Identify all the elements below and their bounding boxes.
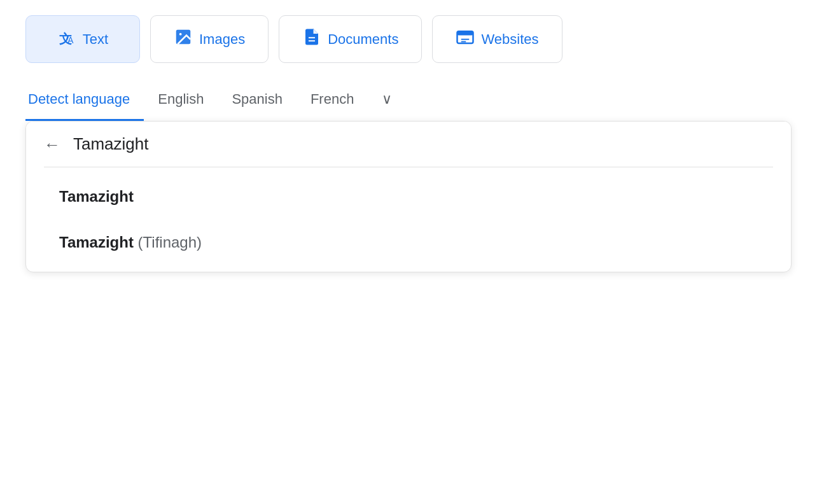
- svg-text:A: A: [67, 36, 74, 45]
- svg-point-3: [179, 33, 182, 36]
- tab-websites-label: Websites: [481, 31, 538, 48]
- back-arrow-icon[interactable]: ←: [44, 136, 60, 153]
- lang-tab-english[interactable]: English: [144, 83, 218, 121]
- more-languages-button[interactable]: ∨: [374, 83, 400, 121]
- language-search-input[interactable]: [73, 134, 773, 154]
- tab-websites[interactable]: Websites: [432, 15, 562, 63]
- tab-images-label: Images: [199, 31, 245, 48]
- chevron-down-icon: ∨: [382, 91, 392, 107]
- language-bar: Detect language English Spanish French ∨: [0, 63, 817, 121]
- result-tamazight-tifinagh[interactable]: Tamazight (Tifinagh): [26, 220, 791, 265]
- search-results-list: Tamazight Tamazight (Tifinagh): [26, 167, 791, 272]
- tab-documents-label: Documents: [328, 31, 398, 48]
- svg-rect-8: [457, 31, 473, 35]
- lang-tab-detect[interactable]: Detect language: [25, 83, 144, 121]
- result-tamazight[interactable]: Tamazight: [26, 174, 791, 220]
- tab-bar: 文 A Text Images Documents: [0, 0, 817, 63]
- documents-icon: [302, 27, 321, 51]
- result-tamazight-tifinagh-suffix: (Tifinagh): [134, 234, 202, 251]
- tab-text[interactable]: 文 A Text: [25, 15, 140, 63]
- result-tamazight-bold: Tamazight: [59, 188, 134, 205]
- lang-tab-french[interactable]: French: [297, 83, 368, 121]
- search-input-row: ←: [26, 122, 791, 167]
- language-search-dropdown: ← Tamazight Tamazight (Tifinagh): [25, 121, 792, 272]
- text-icon: 文 A: [57, 27, 76, 51]
- lang-tab-spanish[interactable]: Spanish: [218, 83, 297, 121]
- images-icon: [174, 27, 193, 51]
- tab-documents[interactable]: Documents: [279, 15, 422, 63]
- tab-images[interactable]: Images: [150, 15, 269, 63]
- result-tamazight-tifinagh-bold: Tamazight: [59, 234, 134, 251]
- svg-marker-4: [314, 29, 319, 34]
- tab-text-label: Text: [83, 31, 108, 48]
- websites-icon: [456, 27, 475, 51]
